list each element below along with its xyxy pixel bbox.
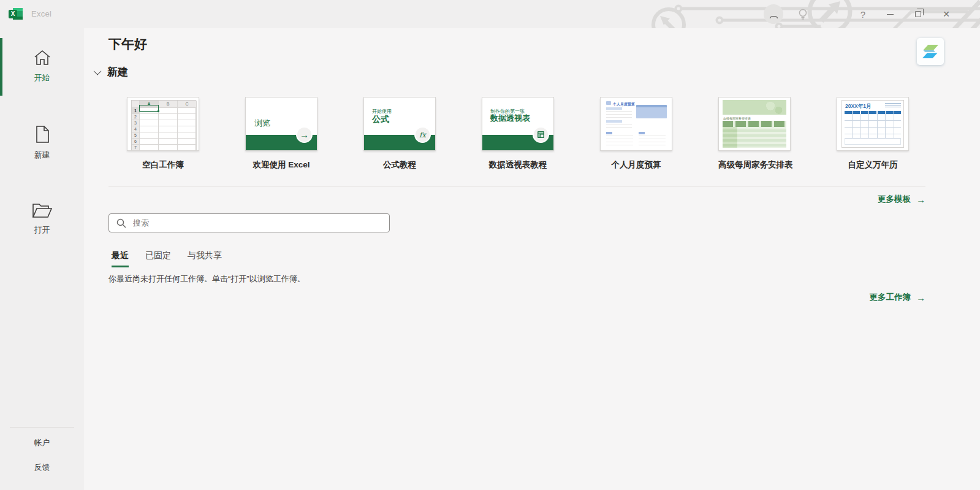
minimize-icon[interactable] — [876, 0, 903, 28]
sidebar-item-open[interactable]: 打开 — [0, 202, 84, 235]
account-icon[interactable] — [760, 0, 787, 28]
snap-overlay-icon[interactable] — [917, 38, 944, 65]
sidebar-item-label: 新建 — [34, 150, 50, 159]
template-card-calendar[interactable]: 20XX年1月 自定义万年历 — [837, 97, 909, 170]
empty-recent-message: 你最近尚未打开任何工作簿。单击“打开”以浏览工作簿。 — [108, 274, 305, 285]
template-thumbnail: 个人月度预算 — [600, 97, 672, 151]
folder-open-icon — [32, 202, 53, 218]
sidebar: 开始 新建 打开 帐户 反馈 — [0, 28, 84, 490]
template-card-chore[interactable]: 高级每周家务安排表 高级每周家务安排表 — [718, 97, 791, 170]
search-icon — [116, 218, 126, 228]
fx-badge-icon: fx — [414, 126, 431, 143]
template-card-formula[interactable]: 开始使用 公式 fx 公式教程 — [363, 97, 436, 170]
more-templates-link[interactable]: 更多模板→ — [108, 194, 925, 205]
sidebar-item-label: 开始 — [34, 73, 50, 82]
template-name: 自定义万年历 — [837, 159, 909, 170]
sidebar-item-new[interactable]: 新建 — [0, 125, 84, 161]
template-gallery: A B C 1 2 3 4 5 6 7 空白工作簿 浏览 → — [84, 97, 909, 170]
pivot-badge-icon — [533, 126, 549, 143]
template-card-blank-workbook[interactable]: A B C 1 2 3 4 5 6 7 空白工作簿 — [127, 97, 199, 170]
template-thumbnail: 开始使用 公式 fx — [363, 97, 436, 151]
search-input[interactable] — [133, 218, 389, 228]
close-icon[interactable]: ✕ — [933, 0, 960, 28]
arrow-right-icon: → — [916, 293, 925, 303]
sidebar-item-home[interactable]: 开始 — [0, 49, 84, 83]
tab-recent[interactable]: 最近 — [112, 250, 129, 267]
arrow-right-icon: → — [916, 194, 925, 205]
restore-icon[interactable] — [905, 0, 932, 28]
new-section-toggle[interactable]: 新建 — [96, 65, 128, 79]
main-panel: 下午好 新建 A B C 1 2 3 4 5 6 7 — [84, 28, 980, 490]
document-icon — [34, 125, 50, 144]
arrow-badge-icon: → — [296, 126, 313, 143]
tab-pinned[interactable]: 已固定 — [145, 250, 171, 267]
home-icon — [33, 49, 51, 66]
template-thumbnail: A B C 1 2 3 4 5 6 7 — [127, 97, 199, 151]
template-name: 数据透视表教程 — [482, 159, 554, 170]
template-thumbnail: 高级每周家务安排表 — [718, 97, 791, 151]
template-card-budget[interactable]: 个人月度预算 个人月度预算 — [600, 97, 672, 170]
tab-shared[interactable]: 与我共享 — [188, 250, 222, 267]
app-title: Excel — [31, 9, 51, 18]
template-name: 空白工作簿 — [127, 159, 199, 170]
new-section-label: 新建 — [107, 65, 128, 79]
section-divider — [108, 186, 925, 186]
template-name: 个人月度预算 — [600, 159, 672, 170]
title-bar: X Excel ? ✕ — [0, 0, 980, 28]
sidebar-item-feedback[interactable]: 反馈 — [0, 462, 84, 473]
template-thumbnail: 制作你的第一张 数据透视表 — [482, 97, 554, 151]
template-name: 公式教程 — [363, 159, 436, 170]
template-card-welcome[interactable]: 浏览 → 欢迎使用 Excel — [245, 97, 317, 170]
more-workbooks-link[interactable]: 更多工作簿→ — [108, 292, 925, 303]
help-icon[interactable]: ? — [849, 0, 876, 28]
workbook-tabs: 最近 已固定 与我共享 — [112, 250, 222, 267]
search-box[interactable] — [108, 213, 390, 232]
sidebar-item-account[interactable]: 帐户 — [0, 438, 84, 448]
greeting-heading: 下午好 — [108, 36, 147, 53]
selected-cell — [139, 105, 159, 112]
sidebar-item-label: 打开 — [34, 225, 50, 234]
template-card-pivot[interactable]: 制作你的第一张 数据透视表 数据透视表教程 — [482, 97, 554, 170]
chevron-down-icon — [94, 67, 102, 75]
excel-logo-icon: X — [9, 7, 23, 21]
template-name: 欢迎使用 Excel — [245, 159, 317, 170]
sidebar-divider — [10, 427, 74, 427]
template-thumbnail: 浏览 → — [245, 97, 317, 151]
template-name: 高级每周家务安排表 — [718, 159, 791, 170]
template-thumbnail: 20XX年1月 — [837, 97, 909, 151]
lightbulb-icon[interactable] — [789, 0, 816, 28]
